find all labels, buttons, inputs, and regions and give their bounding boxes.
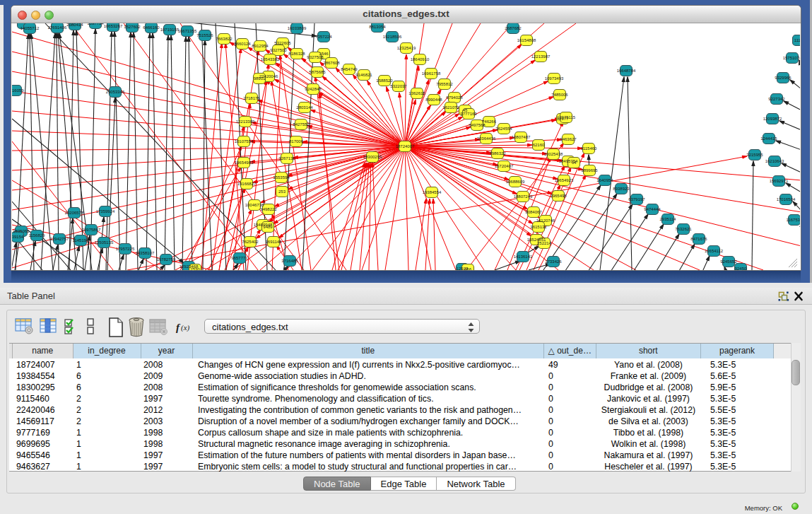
- svg-text:9084067: 9084067: [525, 210, 542, 214]
- svg-text:9474444: 9474444: [644, 207, 661, 211]
- svg-text:9115460: 9115460: [581, 146, 598, 151]
- svg-text:1615132: 1615132: [530, 225, 547, 229]
- svg-text:1691144: 1691144: [266, 240, 283, 244]
- svg-text:2530: 2530: [190, 267, 200, 270]
- svg-text:1621072: 1621072: [442, 105, 459, 110]
- svg-text:19218506: 19218506: [383, 35, 402, 39]
- svg-text:9329966: 9329966: [775, 76, 792, 80]
- svg-text:9463627: 9463627: [560, 137, 577, 141]
- svg-text:817006: 817006: [289, 139, 304, 144]
- svg-text:8912954: 8912954: [252, 44, 269, 48]
- svg-text:19654923: 19654923: [555, 178, 574, 182]
- svg-text:10025438: 10025438: [544, 152, 563, 156]
- svg-text:14136141: 14136141: [514, 255, 533, 259]
- svg-text:16120746: 16120746: [536, 218, 555, 223]
- svg-text:2080414: 2080414: [66, 23, 83, 27]
- svg-text:7986322: 7986322: [489, 151, 506, 156]
- svg-text:2718176: 2718176: [243, 96, 260, 100]
- svg-text:10654112: 10654112: [705, 249, 724, 253]
- svg-text:16154808: 16154808: [517, 38, 536, 42]
- svg-text:1640954: 1640954: [596, 178, 613, 182]
- svg-text:3624554: 3624554: [495, 127, 512, 131]
- svg-text:7632621: 7632621: [675, 227, 692, 231]
- svg-text:15720407: 15720407: [495, 164, 514, 168]
- svg-text:1965498: 1965498: [550, 194, 567, 198]
- svg-text:19166827: 19166827: [237, 182, 257, 186]
- svg-text:5875685: 5875685: [309, 70, 326, 74]
- svg-text:5322037: 5322037: [390, 84, 407, 88]
- svg-text:9327500: 9327500: [270, 48, 287, 52]
- svg-text:17957225: 17957225: [116, 247, 135, 251]
- svg-text:98901: 98901: [254, 76, 266, 81]
- svg-text:3267130: 3267130: [278, 156, 295, 160]
- svg-text:9146821: 9146821: [355, 73, 372, 77]
- svg-text:1733426: 1733426: [545, 259, 562, 264]
- svg-text:12505135: 12505135: [95, 240, 114, 245]
- svg-text:7485006: 7485006: [551, 93, 568, 97]
- svg-text:8471676: 8471676: [690, 237, 707, 241]
- svg-text:2803144: 2803144: [296, 105, 313, 110]
- svg-text:12942757: 12942757: [50, 237, 69, 241]
- svg-text:9777169: 9777169: [460, 112, 477, 116]
- svg-text:1167533: 1167533: [787, 218, 800, 222]
- svg-text:9242848: 9242848: [305, 87, 322, 91]
- svg-text:5322605: 5322605: [274, 41, 291, 45]
- svg-text:1835061: 1835061: [13, 229, 30, 233]
- svg-text:2935114: 2935114: [660, 217, 677, 221]
- svg-text:18300295: 18300295: [363, 155, 382, 159]
- svg-text:20206578: 20206578: [65, 211, 84, 215]
- svg-text:16671355: 16671355: [178, 29, 197, 33]
- svg-text:7625402: 7625402: [242, 240, 259, 244]
- svg-text:1145194: 1145194: [73, 238, 90, 243]
- svg-text:9489: 9489: [263, 225, 273, 229]
- svg-text:15692971: 15692971: [770, 179, 789, 183]
- svg-text:252214: 252214: [537, 241, 552, 245]
- svg-text:12975115: 12975115: [557, 115, 576, 119]
- svg-text:10807487: 10807487: [512, 135, 531, 139]
- svg-text:1527602: 1527602: [124, 25, 141, 29]
- svg-text:12325419: 12325419: [397, 46, 416, 50]
- svg-text:20975867: 20975867: [82, 228, 101, 232]
- svg-text:8660124: 8660124: [234, 42, 251, 46]
- svg-text:3716485: 3716485: [281, 259, 298, 263]
- svg-text:19384554: 19384554: [423, 190, 442, 194]
- svg-text:16648784: 16648784: [617, 69, 636, 73]
- svg-text:6497568: 6497568: [469, 123, 486, 127]
- svg-text:2616059: 2616059: [12, 88, 24, 93]
- svg-text:18807249: 18807249: [514, 194, 533, 199]
- svg-text:253: 253: [278, 189, 286, 194]
- svg-text:1553594: 1553594: [273, 175, 290, 180]
- svg-text:12213987: 12213987: [531, 54, 551, 59]
- svg-text:29053346: 29053346: [106, 90, 125, 94]
- svg-text:17016504: 17016504: [777, 197, 796, 201]
- svg-text:18640910: 18640910: [411, 57, 430, 62]
- svg-text:9498222: 9498222: [260, 207, 277, 211]
- svg-text:9245652: 9245652: [720, 259, 737, 264]
- svg-text:9899695: 9899695: [581, 168, 598, 173]
- svg-text:14055712: 14055712: [20, 26, 40, 30]
- svg-text:39154: 39154: [12, 235, 24, 239]
- svg-text:18724007: 18724007: [396, 144, 415, 148]
- svg-text:19654983: 19654983: [235, 160, 254, 165]
- svg-text:8186328: 8186328: [288, 52, 305, 56]
- svg-text:16033809: 16033809: [288, 26, 307, 30]
- svg-text:7515526: 7515526: [196, 33, 213, 37]
- svg-text:9657771: 9657771: [231, 256, 248, 260]
- svg-text:9227342: 9227342: [768, 97, 785, 101]
- svg-text:f: f: [176, 322, 181, 333]
- svg-text:6466160: 6466160: [143, 25, 160, 30]
- svg-text:10653267: 10653267: [104, 24, 123, 28]
- svg-text:6379197: 6379197: [628, 197, 645, 201]
- svg-text:10973493: 10973493: [545, 76, 564, 81]
- svg-text:2867608: 2867608: [323, 61, 340, 65]
- svg-text:16961758: 16961758: [422, 71, 441, 76]
- svg-text:3215955: 3215955: [746, 153, 763, 157]
- svg-text:9327508: 9327508: [307, 55, 324, 59]
- svg-text:7955812: 7955812: [436, 82, 453, 86]
- svg-text:10688609: 10688609: [506, 180, 525, 184]
- svg-text:64: 64: [572, 160, 577, 165]
- svg-text:10107554: 10107554: [235, 139, 254, 144]
- svg-text:12213389: 12213389: [236, 119, 255, 124]
- svg-text:6794028: 6794028: [446, 95, 463, 100]
- svg-text:16210643: 16210643: [765, 159, 784, 163]
